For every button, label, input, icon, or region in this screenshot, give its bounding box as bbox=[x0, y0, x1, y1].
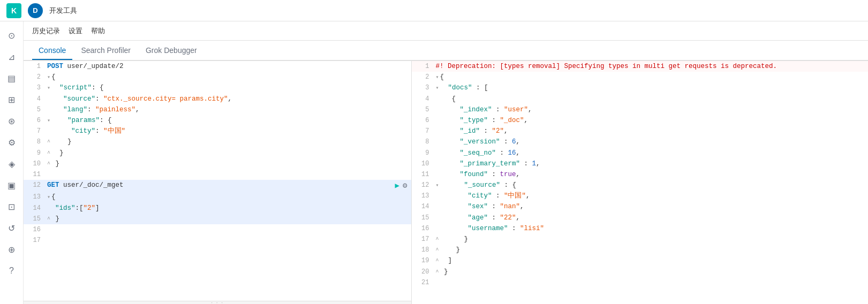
table-row: 9 ^ } bbox=[24, 148, 411, 158]
top-bar-title: 开发工具 bbox=[49, 6, 77, 16]
table-row: 13 "city" : "中国", bbox=[412, 191, 868, 201]
editors-container: 1 POST user/_update/2 2 ▾{ 3 ▾ "script":… bbox=[24, 61, 868, 304]
table-row: 8 "_version" : 6, bbox=[412, 136, 868, 147]
resize-handle[interactable]: · · · bbox=[24, 301, 411, 304]
tab-search-profiler[interactable]: Search Profiler bbox=[74, 42, 137, 60]
right-code-area[interactable]: 1 #! Deprecation: [types removal] Specif… bbox=[412, 61, 868, 304]
table-row: 2 ▾{ bbox=[412, 72, 868, 82]
table-row: 6 ▾ "params": { bbox=[24, 115, 411, 126]
sidebar-icon-user[interactable]: ⊛ bbox=[2, 111, 21, 131]
app-logo: K bbox=[6, 3, 21, 18]
table-row: 4 { bbox=[412, 94, 868, 104]
table-row: 9 "_seq_no" : 16, bbox=[412, 148, 868, 158]
table-row: 19 ^ ] bbox=[412, 255, 868, 266]
nav-bar: 历史记录 设置 帮助 bbox=[24, 21, 868, 41]
table-row: 12 ▾ "_source" : { bbox=[412, 180, 868, 191]
table-row: 16 "username" : "lisi" bbox=[412, 223, 868, 234]
table-row: 7 "_id" : "2", bbox=[412, 126, 868, 136]
table-row: 18 ^ } bbox=[412, 245, 868, 255]
table-row: 17 ^ } bbox=[412, 234, 868, 245]
table-row: 10 "_primary_term" : 1, bbox=[412, 158, 868, 169]
table-row: 1 POST user/_update/2 bbox=[24, 61, 411, 72]
table-row: 10 ^ } bbox=[24, 158, 411, 169]
left-editor: 1 POST user/_update/2 2 ▾{ 3 ▾ "script":… bbox=[24, 61, 412, 304]
copy-button[interactable]: ⚙ bbox=[403, 180, 407, 192]
table-row: 17 bbox=[24, 235, 411, 246]
table-row: 7 "city": "中国" bbox=[24, 126, 411, 136]
table-row: 8 ^ } bbox=[24, 136, 411, 147]
tab-grok-debugger[interactable]: Grok Debugger bbox=[139, 42, 203, 60]
nav-settings[interactable]: 设置 bbox=[69, 24, 82, 38]
sidebar-icon-hook[interactable]: ↺ bbox=[2, 218, 21, 238]
handle-dots-icon: · · · bbox=[211, 300, 224, 304]
table-row: 11 "found" : true, bbox=[412, 169, 868, 180]
table-row: 16 bbox=[24, 224, 411, 235]
right-editor: 1 #! Deprecation: [types removal] Specif… bbox=[412, 61, 868, 304]
table-row: 11 bbox=[24, 169, 411, 180]
table-row: 3 ▾ "docs" : [ bbox=[412, 82, 868, 93]
sidebar-icon-lock[interactable]: ⊕ bbox=[2, 240, 21, 259]
line-actions: ▶ ⚙ bbox=[395, 180, 412, 192]
left-code-area[interactable]: 1 POST user/_update/2 2 ▾{ 3 ▾ "script":… bbox=[24, 61, 411, 301]
table-row: 6 "_type" : "_doc", bbox=[412, 115, 868, 126]
table-row: 12 GET user/_doc/_mget ▶ ⚙ bbox=[24, 180, 411, 192]
table-row: 14 "ids":["2"] bbox=[24, 203, 411, 214]
sidebar-icon-settings[interactable]: ⚙ bbox=[2, 133, 21, 152]
sidebar-icon-shopping[interactable]: ⊞ bbox=[2, 90, 21, 109]
sidebar-icon-tag[interactable]: ◈ bbox=[2, 154, 21, 173]
tab-console[interactable]: Console bbox=[32, 42, 72, 60]
sidebar-icon-chart[interactable]: ⊿ bbox=[2, 47, 21, 66]
table-row: 21 bbox=[412, 277, 868, 288]
tabs-bar: Console Search Profiler Grok Debugger bbox=[24, 41, 868, 61]
sidebar: ⊙ ⊿ ▤ ⊞ ⊛ ⚙ ◈ ▣ ⊡ ↺ ⊕ ? bbox=[0, 21, 24, 304]
nav-help[interactable]: 帮助 bbox=[91, 24, 105, 38]
table-row: 4 "source": "ctx._source.city= params.ci… bbox=[24, 94, 411, 104]
sidebar-icon-layers[interactable]: ▤ bbox=[2, 69, 21, 88]
top-bar: K D 开发工具 bbox=[0, 0, 868, 21]
nav-history[interactable]: 历史记录 bbox=[32, 24, 60, 38]
dev-tools-avatar: D bbox=[28, 3, 43, 18]
sidebar-icon-history[interactable]: ⊙ bbox=[2, 26, 21, 45]
sidebar-icon-document[interactable]: ▣ bbox=[2, 176, 21, 195]
table-row: 20 ^ } bbox=[412, 267, 868, 277]
table-row: 3 ▾ "script": { bbox=[24, 82, 411, 93]
main-layout: ⊙ ⊿ ▤ ⊞ ⊛ ⚙ ◈ ▣ ⊡ ↺ ⊕ ? 历史记录 设置 帮助 Conso… bbox=[0, 21, 868, 304]
sidebar-icon-help[interactable]: ? bbox=[2, 261, 21, 280]
table-row: 5 "_index" : "user", bbox=[412, 104, 868, 115]
table-row: 14 "sex" : "nan", bbox=[412, 201, 868, 212]
content-area: 历史记录 设置 帮助 Console Search Profiler Grok … bbox=[24, 21, 868, 304]
table-row: 5 "lang": "painless", bbox=[24, 104, 411, 115]
sidebar-icon-plugin[interactable]: ⊡ bbox=[2, 197, 21, 216]
table-row: 13 ▾{ bbox=[24, 192, 411, 202]
table-row: 15 ^ } bbox=[24, 214, 411, 224]
table-row: 2 ▾{ bbox=[24, 72, 411, 82]
table-row: 1 #! Deprecation: [types removal] Specif… bbox=[412, 61, 868, 72]
run-button[interactable]: ▶ bbox=[395, 180, 399, 192]
table-row: 15 "age" : "22", bbox=[412, 212, 868, 223]
